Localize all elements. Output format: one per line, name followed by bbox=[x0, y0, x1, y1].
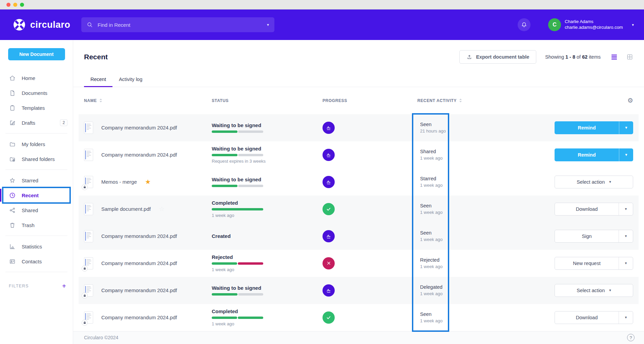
sidebar-divider bbox=[5, 272, 67, 272]
table-row[interactable]: Company memorandum 2024.pdf Completed 1 … bbox=[79, 304, 639, 331]
brand-logo[interactable]: circularo bbox=[13, 18, 81, 31]
table-row[interactable]: Company memorandum 2024.pdf Rejected 1 w… bbox=[79, 250, 639, 277]
grid-view-button[interactable] bbox=[626, 54, 633, 60]
trash-icon bbox=[9, 222, 16, 229]
sort-icon[interactable] bbox=[459, 98, 462, 103]
document-thumbnail-icon bbox=[84, 122, 93, 134]
minimize-window-button[interactable] bbox=[13, 3, 17, 7]
sidebar-item-recent[interactable]: Recent bbox=[0, 188, 73, 203]
status-note: 1 week ago bbox=[212, 267, 323, 272]
tab-activity-log[interactable]: Activity log bbox=[112, 73, 149, 87]
document-name[interactable]: Company memorandum 2024.pdf bbox=[101, 152, 177, 158]
list-view-button[interactable] bbox=[611, 54, 618, 60]
status-text: Completed bbox=[212, 200, 323, 206]
row-action-button[interactable]: Sign ▾ ▾ bbox=[555, 230, 633, 243]
activity-type: Rejected bbox=[420, 257, 519, 263]
activity-type: Shared bbox=[420, 149, 519, 154]
progress-bar bbox=[212, 154, 263, 156]
table-row[interactable]: Sample document.pdf ☆ Completed 1 week a… bbox=[79, 196, 639, 223]
user-menu-chevron-icon[interactable]: ▾ bbox=[632, 23, 634, 27]
lock-icon bbox=[82, 184, 88, 190]
row-action-button[interactable]: Download ▾ ▾ bbox=[555, 203, 633, 216]
row-action-button[interactable]: New request ▾ ▾ bbox=[555, 257, 633, 270]
action-dropdown-toggle[interactable]: ▾ bbox=[619, 230, 633, 242]
column-header-recent-activity[interactable]: RECENT ACTIVITY bbox=[417, 98, 519, 103]
table-row[interactable]: Company memorandum 2024.pdf Waiting to b… bbox=[79, 114, 639, 141]
activity-time: 1 week ago bbox=[420, 291, 519, 296]
progress-status-badge-icon bbox=[323, 284, 335, 297]
shared-folder-icon bbox=[9, 156, 16, 163]
progress-status-badge-icon bbox=[323, 311, 335, 324]
export-icon bbox=[466, 54, 472, 60]
row-action-button[interactable]: Select action ▾ ▾ bbox=[555, 176, 633, 188]
document-name[interactable]: Company memorandum 2024.pdf bbox=[101, 233, 177, 239]
search-input[interactable]: Find in Recent ▾ bbox=[81, 17, 274, 32]
zoom-window-button[interactable] bbox=[20, 3, 24, 7]
table-row[interactable]: Company memorandum 2024.pdf Waiting to b… bbox=[79, 141, 639, 168]
activity-type: Seen bbox=[420, 122, 519, 127]
action-dropdown-toggle[interactable]: ▾ bbox=[619, 257, 633, 269]
star-icon[interactable]: ★ bbox=[145, 179, 151, 185]
add-filter-button[interactable]: + bbox=[62, 283, 66, 289]
export-document-table-button[interactable]: Export document table bbox=[459, 50, 536, 64]
tab-recent[interactable]: Recent bbox=[84, 73, 112, 87]
sidebar-item-templates[interactable]: Templates bbox=[0, 100, 73, 115]
row-action-button[interactable]: Download ▾ ▾ bbox=[555, 311, 633, 324]
clipboard-icon bbox=[9, 104, 16, 112]
action-dropdown-toggle[interactable]: ▾ bbox=[619, 311, 633, 324]
sidebar-item-my-folders[interactable]: My folders bbox=[0, 137, 73, 151]
column-header-status[interactable]: STATUS bbox=[212, 98, 323, 103]
new-document-button[interactable]: New Document bbox=[8, 48, 65, 60]
document-name[interactable]: Company memorandum 2024.pdf bbox=[101, 260, 177, 266]
sidebar-item-documents[interactable]: Documents bbox=[0, 85, 73, 100]
table-row[interactable]: Company memorandum 2024.pdf Waiting to b… bbox=[79, 277, 639, 304]
bell-icon bbox=[521, 21, 527, 28]
window-titlebar bbox=[0, 0, 644, 9]
row-action-button[interactable]: Remind ▾ ▾ bbox=[555, 121, 633, 134]
document-thumbnail-icon bbox=[84, 284, 93, 297]
sort-icon[interactable] bbox=[99, 98, 102, 103]
table-row[interactable]: Company memorandum 2024.pdf Created Seen… bbox=[79, 223, 639, 250]
activity-type: Seen bbox=[420, 311, 519, 317]
document-name[interactable]: Company memorandum 2024.pdf bbox=[101, 125, 177, 130]
search-icon bbox=[87, 22, 93, 28]
action-dropdown-toggle[interactable]: ▾ bbox=[619, 203, 633, 215]
table-row[interactable]: Memos - merge ★ Waiting to be signed Sta… bbox=[79, 168, 639, 196]
circularo-logo-icon bbox=[13, 18, 26, 31]
column-header-progress[interactable]: PROGRESS bbox=[323, 98, 417, 103]
sidebar-item-statistics[interactable]: Statistics bbox=[0, 239, 73, 254]
action-dropdown-toggle[interactable]: ▾ bbox=[619, 121, 633, 134]
edit-icon bbox=[9, 119, 16, 126]
document-name[interactable]: Company memorandum 2024.pdf bbox=[101, 287, 177, 293]
user-menu[interactable]: C Charlie Adams charlie.adams@circularo.… bbox=[548, 18, 634, 31]
action-button-label: Download bbox=[576, 315, 598, 320]
document-icon bbox=[9, 89, 16, 97]
sidebar-item-home[interactable]: Home bbox=[0, 70, 73, 85]
activity-time: 1 week ago bbox=[420, 210, 519, 215]
progress-bar bbox=[212, 262, 263, 265]
search-scope-chevron-icon[interactable]: ▾ bbox=[267, 22, 269, 27]
sidebar-item-contacts[interactable]: Contacts bbox=[0, 254, 73, 269]
column-header-name[interactable]: NAME bbox=[84, 98, 212, 103]
help-button[interactable]: ? bbox=[627, 334, 635, 341]
document-name[interactable]: Memos - merge bbox=[101, 179, 137, 185]
sidebar-item-starred[interactable]: Starred bbox=[0, 173, 73, 188]
document-thumbnail-icon bbox=[84, 230, 93, 242]
notifications-button[interactable] bbox=[518, 18, 531, 31]
activity-type: Seen bbox=[420, 203, 519, 208]
status-text: Waiting to be signed bbox=[212, 146, 323, 151]
row-action-button[interactable]: Select action ▾ ▾ bbox=[555, 284, 633, 297]
document-name[interactable]: Sample document.pdf bbox=[101, 206, 151, 212]
action-dropdown-toggle[interactable]: ▾ bbox=[619, 148, 633, 161]
row-action-button[interactable]: Remind ▾ ▾ bbox=[555, 148, 633, 161]
sidebar-item-trash[interactable]: Trash bbox=[0, 218, 73, 232]
star-icon[interactable]: ☆ bbox=[159, 206, 165, 212]
progress-status-badge-icon bbox=[323, 203, 335, 215]
sidebar-item-shared-folders[interactable]: Shared folders bbox=[0, 151, 73, 166]
document-name[interactable]: Company memorandum 2024.pdf bbox=[101, 315, 177, 320]
sidebar-item-shared[interactable]: Shared bbox=[0, 203, 73, 218]
table-settings-gear-icon[interactable]: ⚙ bbox=[627, 97, 633, 104]
close-window-button[interactable] bbox=[6, 3, 11, 7]
home-icon bbox=[9, 75, 16, 82]
sidebar-item-drafts[interactable]: Drafts 2 bbox=[0, 115, 73, 130]
